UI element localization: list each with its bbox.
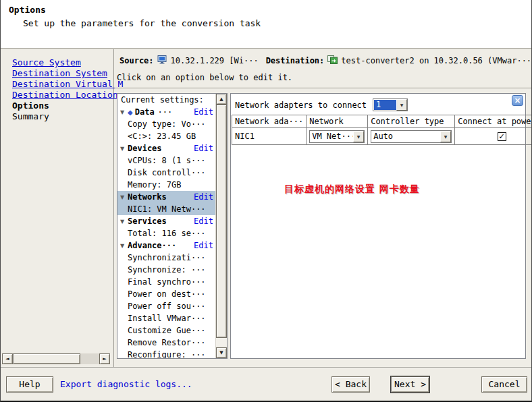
converter-wizard-window: Options Set up the parameters for the co… <box>0 0 532 402</box>
tree-section-row[interactable]: ▼NetworksEdit <box>117 191 215 203</box>
tree-label: Power on dest··· <box>128 289 206 299</box>
wizard-step-summary: Summary <box>12 111 123 122</box>
nic-table-header-row: Network ada···NetworkController typeConn… <box>232 115 532 128</box>
truncation-dots: ··· <box>158 107 173 117</box>
edit-link[interactable]: Edit <box>194 192 213 202</box>
wizard-header: Options Set up the parameters for the co… <box>1 0 531 49</box>
tree-item-row[interactable]: Customize Gue··· <box>117 324 215 337</box>
tree-item-row[interactable]: vCPUs: 8 (1 s··· <box>117 154 215 167</box>
connect-at-power-on-checkbox[interactable]: ✓ <box>498 132 506 141</box>
tree-item-row[interactable]: Power on dest··· <box>117 288 215 300</box>
tree-item-row[interactable]: Final synchro··· <box>117 276 215 288</box>
cancel-button[interactable]: Cancel <box>481 376 527 393</box>
chevron-down-icon[interactable]: ▼ <box>353 131 364 142</box>
tree-label: Install VMwar··· <box>128 314 206 323</box>
help-button[interactable]: Help <box>6 376 53 393</box>
page-subtitle: Set up the parameters for the conversion… <box>23 18 261 28</box>
destination-label: Destination: <box>266 56 325 65</box>
wizard-content: Source: 10.32.1.229 [Wi··· Destination: … <box>115 49 531 368</box>
tree-label: vCPUs: 8 (1 s··· <box>128 156 206 165</box>
network-cell: VM Net···▼ <box>307 128 368 145</box>
info-bar: Source: 10.32.1.229 [Wi··· Destination: … <box>119 55 530 66</box>
tree-label: Total: 116 se··· <box>128 229 206 238</box>
tree-label: Networks <box>128 192 167 202</box>
tree-item-row[interactable]: Copy type: Vo··· <box>117 118 215 130</box>
tree-label: Synchronize: ··· <box>128 265 206 275</box>
diamond-icon: ◆ <box>128 109 133 116</box>
tree-item-row[interactable]: Disk controll··· <box>117 167 215 179</box>
tree-label: Advance··· <box>128 241 176 250</box>
tree-label: Power off sou··· <box>128 302 206 311</box>
tree-section-row[interactable]: ▼DevicesEdit <box>117 142 215 154</box>
tree-item-row[interactable]: Total: 116 se··· <box>117 227 215 239</box>
tree-item-row[interactable]: Remove Restor··· <box>117 337 215 349</box>
scrollbar-thumb[interactable] <box>216 105 227 338</box>
tree-vertical-scrollbar[interactable]: ▲ ▼ <box>215 94 227 358</box>
collapse-arrow-icon[interactable]: ▼ <box>120 109 128 115</box>
collapse-arrow-icon[interactable]: ▼ <box>120 219 128 225</box>
edit-link[interactable]: Edit <box>194 241 213 250</box>
edit-link[interactable]: Edit <box>194 144 213 153</box>
back-button[interactable]: < Back <box>331 376 370 393</box>
nic-table: Network ada···NetworkController typeConn… <box>232 115 532 145</box>
chevron-down-icon[interactable]: ▼ <box>440 131 451 142</box>
sidebar-horizontal-scrollbar[interactable]: ◄ ► <box>2 353 110 364</box>
close-icon[interactable]: × <box>512 95 523 106</box>
network-select-value: VM Net··· <box>310 131 353 142</box>
controller-type-select[interactable]: Auto▼ <box>371 130 452 143</box>
scrollbar-track[interactable] <box>13 353 99 364</box>
adapter-count-value: 1 <box>374 100 396 110</box>
tree-section-row[interactable]: ▼ServicesEdit <box>117 215 215 227</box>
tree-label: Reconfigure: ··· <box>128 350 206 359</box>
tree-section-row[interactable]: ▼Advance···Edit <box>117 239 215 252</box>
scrollbar-thumb[interactable] <box>13 353 80 364</box>
column-header: Network ada··· <box>232 115 307 128</box>
wizard-step-options: Options <box>12 100 123 111</box>
destination-vm-icon <box>327 55 338 66</box>
tree-item-row[interactable]: Reconfigure: ··· <box>117 349 215 359</box>
edit-link[interactable]: Edit <box>194 107 213 117</box>
tree-label: Synchronizati··· <box>128 253 206 262</box>
next-button[interactable]: Next > <box>391 376 429 393</box>
tree-label: Final synchro··· <box>128 277 206 287</box>
tree-label: Services <box>128 217 167 226</box>
scroll-up-icon[interactable]: ▲ <box>216 94 227 105</box>
tree-item-row[interactable]: Memory: 7GB <box>117 179 215 191</box>
tree-item-row[interactable]: Synchronizati··· <box>117 252 215 264</box>
wizard-step-destination-system[interactable]: Destination System <box>12 68 123 79</box>
edit-link[interactable]: Edit <box>194 217 213 226</box>
wizard-step-source-system[interactable]: Source System <box>12 57 123 68</box>
nic-name-cell: NIC1 <box>232 128 307 145</box>
export-diagnostic-logs-link[interactable]: Export diagnostic logs... <box>60 379 192 389</box>
collapse-arrow-icon[interactable]: ▼ <box>120 243 128 249</box>
adapter-count-label: Network adapters to connect <box>235 100 367 110</box>
network-select[interactable]: VM Net···▼ <box>309 130 365 143</box>
chevron-down-icon[interactable]: ▼ <box>396 99 407 111</box>
page-title: Options <box>9 5 46 15</box>
tree-label: Copy type: Vo··· <box>128 119 206 129</box>
tree-item-row[interactable]: Install VMwar··· <box>117 312 215 324</box>
column-header: Connect at powe··· <box>455 115 532 128</box>
tree-label: Remove Restor··· <box>128 338 206 347</box>
tree-item-row[interactable]: <C:>: 23.45 GB <box>117 130 215 142</box>
tree-label: Memory: 7GB <box>128 180 181 190</box>
tree-label: Customize Gue··· <box>128 326 206 335</box>
tree-item-row[interactable]: NIC1: VM Netw··· <box>117 203 215 215</box>
column-header: Controller type <box>368 115 455 128</box>
collapse-arrow-icon[interactable]: ▼ <box>120 146 128 152</box>
wizard-steps-sidebar: Source SystemDestination SystemDestinati… <box>1 49 114 368</box>
network-adapters-panel: × Network adapters to connect 1 ▼ Networ… <box>230 93 526 359</box>
collapse-arrow-icon[interactable]: ▼ <box>120 194 128 200</box>
scroll-left-icon[interactable]: ◄ <box>2 353 13 364</box>
scroll-right-icon[interactable]: ► <box>99 353 110 364</box>
adapter-count-select[interactable]: 1 ▼ <box>373 98 408 111</box>
wizard-step-destination-virtual-m[interactable]: Destination Virtual M <box>12 79 123 90</box>
scroll-down-icon[interactable]: ▼ <box>216 347 227 358</box>
tree-label: NIC1: VM Netw··· <box>128 204 206 214</box>
destination-value: test-converter2 on 10.32.0.56 (VMwar··· <box>341 56 530 65</box>
tree-label: <C:>: 23.45 GB <box>128 132 196 141</box>
tree-item-row[interactable]: Synchronize: ··· <box>117 264 215 276</box>
wizard-step-destination-location[interactable]: Destination Location <box>12 90 123 100</box>
tree-item-row[interactable]: Power off sou··· <box>117 300 215 312</box>
tree-section-row[interactable]: ▼◆Data···Edit <box>117 106 215 118</box>
